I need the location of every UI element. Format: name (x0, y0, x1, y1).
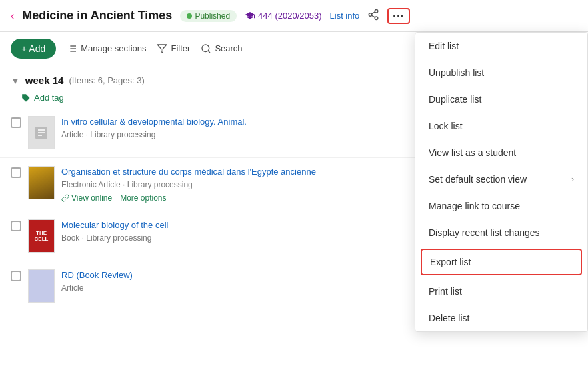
dropdown-item-default-section[interactable]: Set default section view › (415, 166, 587, 193)
dropdown-item-print[interactable]: Print list (415, 278, 587, 305)
dropdown-item-lock[interactable]: Lock list (415, 113, 587, 139)
dropdown-item-recent-changes[interactable]: Display recent list changes (415, 219, 587, 246)
dropdown-item-manage-link[interactable]: Manage link to course (415, 193, 587, 219)
chevron-right-icon: › (571, 175, 574, 184)
dropdown-item-delete[interactable]: Delete list (415, 305, 587, 331)
dropdown-menu: Edit list Unpublish list Duplicate list … (415, 32, 588, 332)
dropdown-overlay: Edit list Unpublish list Duplicate list … (0, 0, 588, 392)
dropdown-item-unpublish[interactable]: Unpublish list (415, 59, 587, 86)
dropdown-item-duplicate[interactable]: Duplicate list (415, 86, 587, 113)
dropdown-item-view-student[interactable]: View list as a student (415, 139, 587, 166)
dropdown-item-export[interactable]: Export list (421, 249, 582, 275)
dropdown-item-edit-list[interactable]: Edit list (415, 33, 587, 59)
